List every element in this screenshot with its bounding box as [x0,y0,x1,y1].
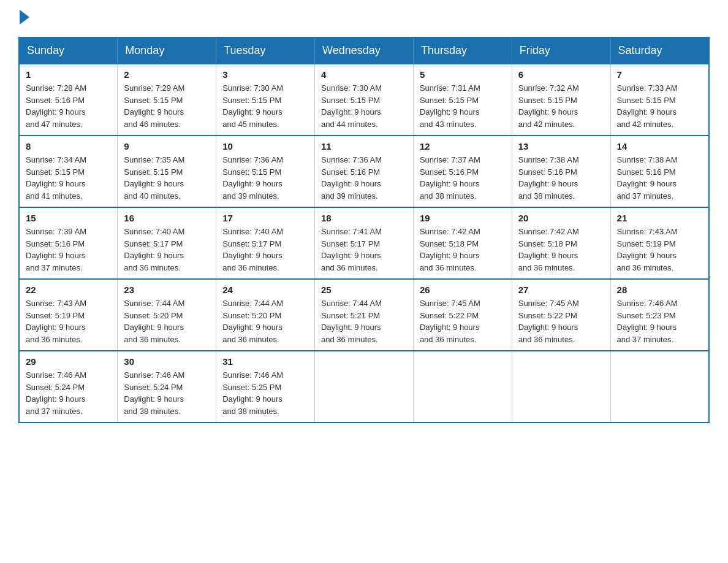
day-info: Sunrise: 7:46 AM Sunset: 5:23 PM Dayligh… [617,297,702,345]
calendar-cell: 14 Sunrise: 7:38 AM Sunset: 5:16 PM Dayl… [610,136,709,207]
calendar-cell: 12 Sunrise: 7:37 AM Sunset: 5:16 PM Dayl… [413,136,512,207]
day-number: 1 [26,69,111,80]
calendar-cell: 16 Sunrise: 7:40 AM Sunset: 5:17 PM Dayl… [118,207,216,279]
calendar-cell: 21 Sunrise: 7:43 AM Sunset: 5:19 PM Dayl… [610,207,709,279]
calendar-cell: 6 Sunrise: 7:32 AM Sunset: 5:15 PM Dayli… [512,64,610,136]
calendar-week-row: 22 Sunrise: 7:43 AM Sunset: 5:19 PM Dayl… [19,279,709,351]
day-number: 23 [124,285,210,295]
day-info: Sunrise: 7:43 AM Sunset: 5:19 PM Dayligh… [26,297,111,345]
day-info: Sunrise: 7:33 AM Sunset: 5:15 PM Dayligh… [617,82,702,130]
calendar-cell: 8 Sunrise: 7:34 AM Sunset: 5:15 PM Dayli… [19,136,118,207]
header-saturday: Saturday [610,37,709,64]
day-info: Sunrise: 7:31 AM Sunset: 5:15 PM Dayligh… [420,82,506,130]
calendar-cell: 30 Sunrise: 7:46 AM Sunset: 5:24 PM Dayl… [118,351,216,423]
day-number: 16 [124,213,210,223]
calendar-cell [610,351,709,423]
calendar-cell: 18 Sunrise: 7:41 AM Sunset: 5:17 PM Dayl… [315,207,414,279]
calendar-cell: 5 Sunrise: 7:31 AM Sunset: 5:15 PM Dayli… [413,64,512,136]
calendar-week-row: 8 Sunrise: 7:34 AM Sunset: 5:15 PM Dayli… [19,136,709,207]
day-number: 15 [26,213,111,223]
calendar-cell: 24 Sunrise: 7:44 AM Sunset: 5:20 PM Dayl… [216,279,315,351]
day-number: 30 [124,356,210,367]
day-number: 22 [26,285,111,295]
header-friday: Friday [512,37,610,64]
day-info: Sunrise: 7:36 AM Sunset: 5:16 PM Dayligh… [321,154,407,202]
day-info: Sunrise: 7:45 AM Sunset: 5:22 PM Dayligh… [518,297,604,345]
day-number: 12 [420,141,506,151]
day-info: Sunrise: 7:42 AM Sunset: 5:18 PM Dayligh… [420,226,506,274]
day-number: 25 [321,285,407,295]
day-number: 11 [321,141,407,151]
day-number: 28 [617,285,702,295]
day-info: Sunrise: 7:34 AM Sunset: 5:15 PM Dayligh… [26,154,111,202]
day-number: 6 [518,69,604,80]
day-number: 24 [222,285,308,295]
day-number: 5 [420,69,506,80]
calendar-cell: 27 Sunrise: 7:45 AM Sunset: 5:22 PM Dayl… [512,279,610,351]
page-header [18,12,710,25]
header-sunday: Sunday [19,37,118,64]
weekday-header-row: Sunday Monday Tuesday Wednesday Thursday… [19,37,709,64]
calendar-cell: 7 Sunrise: 7:33 AM Sunset: 5:15 PM Dayli… [610,64,709,136]
calendar-header: Sunday Monday Tuesday Wednesday Thursday… [19,37,709,64]
day-info: Sunrise: 7:35 AM Sunset: 5:15 PM Dayligh… [124,154,210,202]
header-tuesday: Tuesday [216,37,315,64]
day-number: 8 [26,141,111,151]
day-info: Sunrise: 7:39 AM Sunset: 5:16 PM Dayligh… [26,226,111,274]
day-info: Sunrise: 7:38 AM Sunset: 5:16 PM Dayligh… [617,154,702,202]
day-info: Sunrise: 7:44 AM Sunset: 5:21 PM Dayligh… [321,297,407,345]
calendar-week-row: 15 Sunrise: 7:39 AM Sunset: 5:16 PM Dayl… [19,207,709,279]
day-number: 17 [222,213,308,223]
logo-arrow-icon [20,10,29,25]
day-info: Sunrise: 7:37 AM Sunset: 5:16 PM Dayligh… [420,154,506,202]
header-thursday: Thursday [413,37,512,64]
day-number: 2 [124,69,210,80]
calendar-cell: 3 Sunrise: 7:30 AM Sunset: 5:15 PM Dayli… [216,64,315,136]
calendar-cell: 1 Sunrise: 7:28 AM Sunset: 5:16 PM Dayli… [19,64,118,136]
day-number: 19 [420,213,506,223]
day-number: 31 [222,356,308,367]
day-number: 3 [222,69,308,80]
day-number: 18 [321,213,407,223]
calendar-cell: 23 Sunrise: 7:44 AM Sunset: 5:20 PM Dayl… [118,279,216,351]
logo [18,12,29,25]
calendar-cell: 20 Sunrise: 7:42 AM Sunset: 5:18 PM Dayl… [512,207,610,279]
calendar-cell: 17 Sunrise: 7:40 AM Sunset: 5:17 PM Dayl… [216,207,315,279]
calendar-cell: 22 Sunrise: 7:43 AM Sunset: 5:19 PM Dayl… [19,279,118,351]
calendar-body: 1 Sunrise: 7:28 AM Sunset: 5:16 PM Dayli… [19,64,709,423]
day-number: 20 [518,213,604,223]
day-number: 26 [420,285,506,295]
day-info: Sunrise: 7:42 AM Sunset: 5:18 PM Dayligh… [518,226,604,274]
day-info: Sunrise: 7:40 AM Sunset: 5:17 PM Dayligh… [124,226,210,274]
day-info: Sunrise: 7:40 AM Sunset: 5:17 PM Dayligh… [222,226,308,274]
calendar-cell: 10 Sunrise: 7:36 AM Sunset: 5:15 PM Dayl… [216,136,315,207]
calendar-cell: 26 Sunrise: 7:45 AM Sunset: 5:22 PM Dayl… [413,279,512,351]
header-monday: Monday [118,37,216,64]
day-number: 7 [617,69,702,80]
day-info: Sunrise: 7:43 AM Sunset: 5:19 PM Dayligh… [617,226,702,274]
calendar-cell: 4 Sunrise: 7:30 AM Sunset: 5:15 PM Dayli… [315,64,414,136]
day-number: 13 [518,141,604,151]
day-number: 9 [124,141,210,151]
day-info: Sunrise: 7:45 AM Sunset: 5:22 PM Dayligh… [420,297,506,345]
calendar-cell: 19 Sunrise: 7:42 AM Sunset: 5:18 PM Dayl… [413,207,512,279]
day-info: Sunrise: 7:46 AM Sunset: 5:25 PM Dayligh… [222,369,308,417]
calendar-week-row: 29 Sunrise: 7:46 AM Sunset: 5:24 PM Dayl… [19,351,709,423]
calendar-cell: 9 Sunrise: 7:35 AM Sunset: 5:15 PM Dayli… [118,136,216,207]
day-info: Sunrise: 7:32 AM Sunset: 5:15 PM Dayligh… [518,82,604,130]
day-number: 4 [321,69,407,80]
day-info: Sunrise: 7:30 AM Sunset: 5:15 PM Dayligh… [321,82,407,130]
day-info: Sunrise: 7:46 AM Sunset: 5:24 PM Dayligh… [124,369,210,417]
calendar-cell: 13 Sunrise: 7:38 AM Sunset: 5:16 PM Dayl… [512,136,610,207]
day-info: Sunrise: 7:36 AM Sunset: 5:15 PM Dayligh… [222,154,308,202]
day-info: Sunrise: 7:41 AM Sunset: 5:17 PM Dayligh… [321,226,407,274]
day-number: 14 [617,141,702,151]
day-info: Sunrise: 7:29 AM Sunset: 5:15 PM Dayligh… [124,82,210,130]
day-info: Sunrise: 7:30 AM Sunset: 5:15 PM Dayligh… [222,82,308,130]
calendar-cell [512,351,610,423]
calendar-cell: 29 Sunrise: 7:46 AM Sunset: 5:24 PM Dayl… [19,351,118,423]
calendar-cell: 15 Sunrise: 7:39 AM Sunset: 5:16 PM Dayl… [19,207,118,279]
header-wednesday: Wednesday [315,37,414,64]
day-number: 10 [222,141,308,151]
day-info: Sunrise: 7:38 AM Sunset: 5:16 PM Dayligh… [518,154,604,202]
